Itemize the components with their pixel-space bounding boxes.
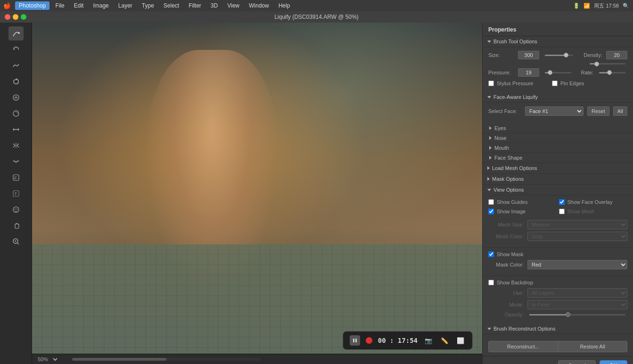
menu-layer[interactable]: Layer (115, 1, 136, 10)
wifi-icon: 📶 (584, 3, 590, 9)
svg-text:F: F (14, 176, 17, 180)
pen-icon[interactable]: ✏️ (439, 335, 450, 346)
show-guides-row: Show Guides (488, 199, 557, 205)
collapse-reconstruct-icon (487, 328, 491, 330)
mask-color-select[interactable]: Red Green Blue Yellow (527, 260, 627, 269)
density-slider-row (488, 63, 627, 65)
menu-edit[interactable]: Edit (70, 1, 88, 10)
size-input[interactable] (518, 51, 539, 59)
battery-icon: 🔋 (573, 3, 580, 9)
reconstruct-tool[interactable] (8, 42, 24, 57)
brush-tool-section-header[interactable]: Brush Tool Options (483, 36, 633, 47)
select-face-label: Select Face: (488, 108, 521, 114)
mode-label: Mode: (488, 302, 524, 307)
close-button[interactable] (5, 14, 10, 20)
mouth-item[interactable]: Mouth (483, 143, 633, 153)
properties-panel: Properties Brush Tool Options Size: Dens… (482, 23, 633, 364)
all-face-button[interactable]: All (613, 106, 627, 116)
nose-label: Nose (494, 135, 507, 141)
show-backdrop-checkbox[interactable] (488, 280, 494, 285)
freeze-mask-tool[interactable]: F (8, 170, 24, 185)
show-mask-checkbox[interactable] (488, 251, 494, 257)
size-slider[interactable] (545, 55, 573, 56)
svg-line-23 (17, 243, 19, 244)
eyes-label: Eyes (494, 125, 506, 131)
pin-edges-checkbox[interactable] (552, 81, 558, 86)
show-backdrop-row: Show Backdrop (488, 280, 627, 285)
hand-tool[interactable] (8, 218, 24, 233)
stylus-pressure-checkbox[interactable] (488, 81, 494, 86)
menu-photoshop[interactable]: Photoshop (15, 1, 49, 10)
minimize-button[interactable] (13, 14, 18, 20)
apple-icon[interactable]: 🍎 (4, 2, 10, 9)
toolbar: F T (0, 23, 32, 364)
screen-icon[interactable]: ⬜ (455, 335, 466, 346)
menu-file[interactable]: File (51, 1, 68, 10)
reconstruct-button[interactable]: Reconstruct... (488, 341, 558, 352)
zoom-tool[interactable] (8, 235, 24, 249)
density-input[interactable] (606, 51, 627, 59)
mouth-expand-icon (489, 146, 492, 150)
mask-options-section[interactable]: Mask Options (483, 174, 633, 185)
stylus-pressure-row: Stylus Pressure (488, 81, 533, 86)
face-aware-section-header[interactable]: Face-Aware Liquify (483, 92, 633, 103)
pause-button[interactable] (350, 335, 360, 346)
use-row: Use: All Layers (488, 288, 627, 298)
reset-face-button[interactable]: Reset (587, 106, 609, 116)
pressure-slider[interactable] (545, 72, 571, 73)
forward-warp-tool[interactable] (8, 26, 24, 40)
use-select: All Layers (527, 288, 627, 298)
brush-reconstruct-label: Brush Reconstruct Options (493, 326, 555, 332)
svg-marker-12 (13, 128, 14, 131)
show-face-overlay-checkbox[interactable] (559, 199, 565, 205)
rate-slider[interactable] (599, 72, 625, 73)
menu-3d[interactable]: 3D (207, 1, 222, 10)
title-bar: Liquify (DSC03914.ARW @ 50%) (0, 11, 633, 23)
ok-button[interactable]: OK (600, 360, 627, 364)
eyes-item[interactable]: Eyes (483, 123, 633, 133)
bloat-tool[interactable] (8, 106, 24, 121)
nose-item[interactable]: Nose (483, 133, 633, 143)
show-mesh-checkbox[interactable] (559, 209, 565, 214)
load-mesh-section[interactable]: Load Mesh Options (483, 163, 633, 174)
restore-all-button[interactable]: Restore All (558, 341, 627, 352)
push-left-tool[interactable] (8, 122, 24, 137)
show-mesh-label: Show Mesh (567, 209, 594, 214)
maximize-button[interactable] (21, 14, 26, 20)
show-mask-row: Show Mask (488, 251, 627, 257)
size-label: Size: (488, 52, 514, 58)
zoom-select[interactable]: 25% 50% 75% 100% 200% (36, 356, 59, 363)
density-slider[interactable] (590, 63, 625, 65)
menu-image[interactable]: Image (89, 1, 112, 10)
nose-expand-icon (489, 136, 492, 140)
brush-reconstruct-section-header[interactable]: Brush Reconstruct Options (483, 324, 633, 334)
mirror-tool[interactable] (8, 138, 24, 153)
pucker-tool[interactable] (8, 90, 24, 105)
view-options-section-header[interactable]: View Options (483, 185, 633, 195)
show-image-checkbox[interactable] (488, 209, 494, 214)
camera-icon[interactable]: 📷 (423, 335, 434, 346)
face-shape-item[interactable]: Face Shape (483, 153, 633, 163)
menu-type[interactable]: Type (138, 1, 158, 10)
canvas-area[interactable]: 00 : 17:54 📷 ✏️ ⬜ 25% 50% 75% 100% 200% (32, 23, 482, 364)
pressure-input[interactable] (518, 68, 539, 77)
show-face-overlay-row: Show Face Overlay (559, 199, 628, 205)
show-guides-label: Show Guides (497, 199, 527, 205)
face-tool[interactable] (8, 202, 24, 217)
mask-options-expand-icon (487, 177, 490, 181)
cancel-button[interactable]: Cancel (558, 360, 595, 364)
menu-select[interactable]: Select (160, 1, 183, 10)
mesh-size-row: Mesh Size: Medium (488, 220, 627, 229)
menu-view[interactable]: View (223, 1, 243, 10)
search-icon[interactable]: 🔍 (623, 3, 629, 9)
menu-help[interactable]: Help (275, 1, 294, 10)
smooth-tool[interactable] (8, 58, 24, 73)
twirl-clockwise-tool[interactable] (8, 74, 24, 89)
thaw-mask-tool[interactable]: T (8, 186, 24, 201)
face-dropdown[interactable]: Face #1 (525, 106, 584, 116)
mouth-label: Mouth (494, 145, 509, 151)
menu-window[interactable]: Window (245, 1, 273, 10)
show-guides-checkbox[interactable] (488, 199, 494, 205)
turbulence-tool[interactable] (8, 154, 24, 169)
menu-filter[interactable]: Filter (185, 1, 205, 10)
